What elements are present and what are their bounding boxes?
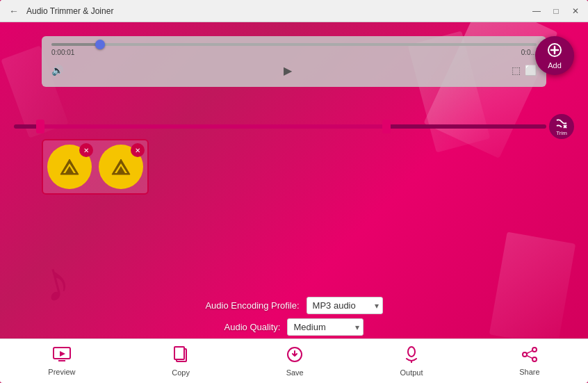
encoding-label: Audio Encoding Profile: [205, 300, 299, 311]
audio-item-2[interactable]: ✕ [99, 145, 143, 189]
player-slider-thumb[interactable] [95, 40, 105, 49]
quality-row: Audio Quality: Low Medium High Very High [224, 318, 364, 336]
share-label: Share [519, 368, 539, 376]
quality-dropdown-wrapper: Low Medium High Very High [287, 318, 364, 336]
svg-point-20 [523, 352, 527, 357]
current-time: 0:00:01 [51, 49, 74, 56]
output-label: Output [400, 368, 423, 377]
trim-fill [40, 124, 386, 129]
svg-point-16 [408, 347, 415, 357]
window-title: Audio Trimmer & Joiner [26, 6, 530, 16]
total-time: 0:0... [521, 49, 537, 56]
right-icons: ⬚ ⬜ [512, 65, 537, 76]
svg-point-19 [532, 357, 537, 361]
quality-label: Audio Quality: [224, 322, 281, 332]
svg-line-21 [527, 350, 532, 353]
trim-handle-left[interactable] [36, 120, 44, 133]
toolbar-copy[interactable]: Copy [163, 343, 198, 380]
maximize-button[interactable]: □ [549, 4, 563, 18]
toolbar-share[interactable]: Share [511, 344, 548, 379]
audio-item-1-close[interactable]: ✕ [79, 143, 93, 157]
settings-area: Audio Encoding Profile: MP3 audio AAC au… [0, 297, 588, 336]
player-slider-track[interactable] [51, 43, 537, 46]
copy-label: Copy [172, 368, 190, 377]
add-label: Add [548, 61, 562, 70]
add-icon [547, 42, 562, 60]
svg-point-18 [532, 348, 537, 352]
toolbar-output[interactable]: Output [391, 343, 431, 380]
window-controls: — □ ✕ [530, 4, 582, 18]
minimize-button[interactable]: — [530, 4, 544, 18]
encoding-dropdown[interactable]: MP3 audio AAC audio WAV audio OGG audio [307, 297, 383, 314]
preview-icon [53, 347, 71, 366]
trim-slider-container [14, 120, 546, 133]
trim-track[interactable] [14, 124, 546, 129]
save-icon [286, 346, 303, 367]
close-button[interactable]: ✕ [569, 4, 582, 18]
copy-icon [173, 346, 188, 367]
trim-handle-right[interactable] [382, 120, 391, 133]
back-button[interactable]: ← [6, 3, 22, 19]
play-button[interactable]: ▶ [278, 60, 297, 80]
trim-button[interactable]: Trim [549, 114, 574, 139]
encoding-dropdown-wrapper: MP3 audio AAC audio WAV audio OGG audio [307, 297, 383, 314]
film-icon[interactable]: ⬚ [512, 65, 521, 76]
svg-rect-14 [174, 347, 184, 359]
add-button[interactable]: Add [535, 36, 574, 75]
quality-dropdown[interactable]: Low Medium High Very High [287, 318, 364, 336]
toolbar-preview[interactable]: Preview [40, 344, 83, 379]
time-row: 0:00:01 0:0... [51, 49, 537, 56]
audio-items-container: ✕ ✕ [42, 139, 149, 195]
crop-icon[interactable]: ⬜ [525, 65, 537, 76]
title-bar: ← Audio Trimmer & Joiner — □ ✕ [0, 0, 588, 22]
player-container: 0:00:01 0:0... 🔊 ▶ ⬚ ⬜ [42, 36, 546, 87]
preview-label: Preview [48, 368, 75, 376]
main-content: ♪ 0:00:01 0:0... 🔊 ▶ ⬚ ⬜ [0, 22, 588, 383]
encoding-row: Audio Encoding Profile: MP3 audio AAC au… [205, 297, 382, 314]
output-icon [404, 346, 419, 367]
app-window: ← Audio Trimmer & Joiner — □ ✕ ♪ [0, 0, 588, 383]
audio-item-2-close[interactable]: ✕ [131, 143, 145, 157]
toolbar-save[interactable]: Save [278, 343, 312, 380]
player-controls-row: 🔊 ▶ ⬚ ⬜ [51, 60, 537, 80]
share-icon [521, 347, 539, 366]
player-slider-fill [51, 43, 100, 46]
svg-line-22 [527, 355, 532, 358]
save-label: Save [286, 368, 304, 377]
audio-item-1[interactable]: ✕ [47, 145, 92, 189]
volume-icon[interactable]: 🔊 [51, 65, 63, 76]
bottom-toolbar: Preview Copy Save [0, 339, 588, 383]
player-progress-row [51, 43, 537, 46]
trim-label: Trim [556, 130, 567, 136]
